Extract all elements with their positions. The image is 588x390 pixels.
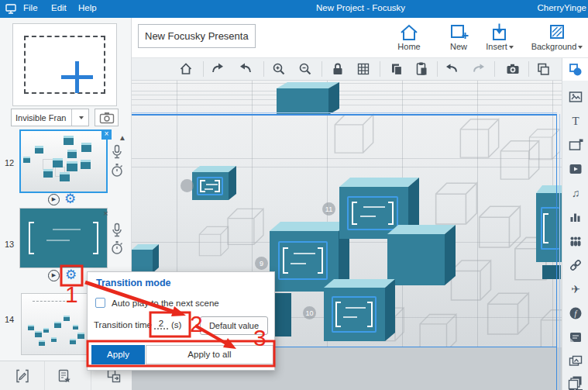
background-icon — [546, 22, 568, 41]
shapes-icon — [568, 62, 583, 78]
copy-icon[interactable] — [389, 61, 404, 77]
canvas-home-icon[interactable] — [178, 61, 194, 77]
rotate-left-icon[interactable] — [238, 61, 253, 77]
main-toolbar: New Focusky Presenta Home New Insert — [132, 18, 588, 58]
close-slide-icon[interactable]: × — [101, 209, 111, 219]
zoom-in-icon[interactable] — [271, 61, 287, 77]
slide-number: 13 — [0, 240, 19, 249]
grid-line — [132, 91, 562, 91]
timing-icon[interactable] — [111, 163, 123, 178]
insert-button[interactable]: Insert — [475, 22, 524, 57]
cube-label-frame — [278, 241, 328, 280]
background-button[interactable]: Background — [529, 22, 585, 57]
separator — [494, 61, 495, 77]
timing-icon[interactable] — [111, 240, 123, 256]
path-badge[interactable]: 9 — [255, 257, 268, 270]
home-icon — [398, 22, 420, 41]
edit-notes-icon[interactable] — [15, 369, 29, 383]
tool-frame[interactable] — [562, 133, 588, 157]
swap-scene-icon[interactable] — [107, 369, 121, 383]
tool-music[interactable]: ♫ — [562, 181, 588, 205]
grid-line — [132, 99, 562, 100]
tool-flash[interactable]: f — [562, 302, 588, 325]
rotate-right-icon[interactable] — [210, 61, 225, 77]
apply-to-all-button[interactable]: Apply to all — [146, 345, 273, 364]
redo-icon[interactable] — [470, 61, 486, 77]
home-button[interactable]: Home — [384, 22, 434, 57]
document-icon — [568, 330, 583, 345]
record-mic-icon[interactable] — [111, 223, 123, 240]
transition-settings-icon[interactable]: ⚙ — [65, 268, 77, 281]
default-value-button[interactable]: Default value — [200, 316, 268, 335]
mini-cube — [43, 328, 49, 333]
grid-line — [132, 105, 562, 105]
zoom-out-icon[interactable] — [297, 61, 313, 77]
cube-3d[interactable] — [387, 234, 445, 285]
frame-type-dropdown[interactable]: Invisible Fran — [11, 109, 89, 126]
tool-plane[interactable]: ✈ — [562, 278, 588, 301]
slide-thumbnail-12[interactable] — [19, 129, 108, 193]
dropdown-arrow-button[interactable] — [71, 109, 88, 126]
cube-3d[interactable] — [192, 172, 229, 200]
transition-time-input[interactable]: 2 — [154, 319, 168, 330]
text-icon: T — [568, 113, 583, 129]
path-badge[interactable]: 10 — [303, 306, 316, 319]
notes-star-icon[interactable] — [57, 369, 71, 383]
mini-cube — [64, 136, 74, 145]
transition-settings-icon[interactable]: ⚙ — [64, 192, 76, 205]
paste-icon[interactable] — [414, 61, 430, 77]
menu-help[interactable]: Help — [78, 3, 97, 12]
frame-flag-icon — [568, 137, 583, 153]
menu-file[interactable]: File — [23, 3, 38, 12]
play-scene-icon[interactable]: ▶ — [48, 194, 60, 205]
music-icon: ♫ — [568, 185, 583, 201]
wireframe-cube — [538, 305, 562, 350]
frame-border-right — [556, 114, 557, 390]
mini-cube — [39, 340, 45, 346]
play-scene-icon[interactable]: ▶ — [48, 270, 60, 281]
cube-3d[interactable] — [324, 288, 385, 341]
slides-scroll-up[interactable]: ▲ — [117, 133, 128, 143]
bracket — [29, 222, 34, 255]
account-name[interactable]: CherryYinge — [538, 3, 587, 12]
popup-title: Transition mode — [96, 278, 171, 288]
slide-thumbnail-13[interactable] — [19, 208, 108, 268]
path-badge[interactable] — [181, 179, 194, 192]
cube-3d[interactable] — [536, 193, 562, 262]
separator — [203, 61, 204, 77]
project-name-input[interactable]: New Focusky Presenta — [138, 24, 256, 48]
tool-layout[interactable] — [562, 379, 588, 390]
tool-link[interactable] — [562, 254, 588, 277]
wireframe-cube — [332, 110, 377, 155]
menu-edit[interactable]: Edit — [51, 3, 67, 12]
add-frame-box[interactable] — [12, 23, 117, 106]
cube-3d[interactable] — [270, 231, 339, 292]
mini-cube — [77, 333, 84, 339]
tool-photos[interactable] — [562, 350, 588, 373]
tool-text[interactable]: T — [562, 109, 588, 133]
screenshot-camera-icon[interactable] — [505, 61, 521, 77]
frame-border-glow — [559, 114, 560, 390]
mini-cube — [35, 331, 42, 337]
autoplay-checkbox[interactable] — [95, 298, 105, 308]
grid-icon[interactable] — [356, 61, 371, 77]
frame-type-value: Invisible Fran — [15, 113, 68, 123]
tool-image[interactable] — [562, 85, 588, 109]
cube-3d[interactable] — [277, 88, 328, 115]
record-mic-icon[interactable] — [111, 144, 123, 161]
lock-icon[interactable] — [330, 61, 346, 77]
path-badge[interactable]: 11 — [322, 202, 335, 216]
separator — [44, 361, 45, 390]
cube-3d[interactable] — [132, 250, 153, 273]
tool-roles[interactable] — [562, 230, 588, 253]
snapshot-camera-button[interactable] — [95, 109, 119, 126]
tool-shapes[interactable] — [562, 58, 588, 81]
tool-document[interactable] — [562, 326, 588, 349]
undo-icon[interactable] — [445, 61, 460, 77]
close-slide-icon[interactable]: × — [101, 129, 112, 140]
apply-button[interactable]: Apply — [91, 345, 145, 364]
separator — [528, 61, 529, 77]
tool-video[interactable] — [562, 157, 588, 181]
tool-chart[interactable] — [562, 205, 588, 229]
bring-forward-icon[interactable] — [535, 61, 551, 77]
